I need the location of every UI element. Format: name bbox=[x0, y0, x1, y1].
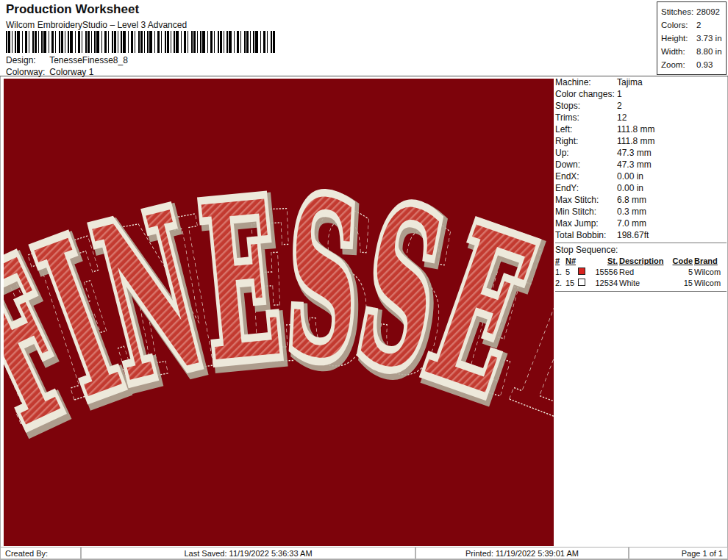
row-value: 1 bbox=[617, 89, 622, 99]
row-label: Up: bbox=[555, 147, 617, 159]
col-header-brand: Brand bbox=[694, 256, 727, 267]
page-title: Production Worksheet bbox=[6, 2, 139, 17]
design-row: Design: TenesseFinesse8_8 bbox=[6, 55, 128, 65]
thread-color-swatch bbox=[578, 267, 588, 278]
panel-row: Left:111.8 mm bbox=[555, 123, 727, 135]
row-value: Tajima bbox=[617, 77, 643, 87]
embroidery-preview: TENESSEE FINESSE FINESSE bbox=[4, 79, 554, 546]
row-value: 47.3 mm bbox=[617, 159, 652, 170]
row-label: Max Jump: bbox=[555, 218, 617, 229]
panel-row: Max Stitch:6.8 mm bbox=[555, 194, 727, 206]
colorway-row: Colorway: Colorway 1 bbox=[6, 67, 93, 77]
stat-label: Colors: bbox=[661, 18, 696, 32]
stop-sequence-title: Stop Sequence: bbox=[555, 245, 727, 256]
row-label: Left: bbox=[555, 123, 617, 135]
col-header-num: # bbox=[555, 256, 565, 267]
stat-value: 2 bbox=[696, 18, 701, 32]
col-header-description: Description bbox=[619, 256, 672, 267]
barcode bbox=[6, 31, 276, 53]
panel-row: Color changes:1 bbox=[555, 88, 727, 100]
header: Production Worksheet Wilcom EmbroiderySt… bbox=[0, 0, 728, 76]
stat-width: Width: 8.80 in bbox=[661, 45, 722, 58]
stop-row-code: 15 bbox=[672, 278, 694, 289]
col-header-code: Code bbox=[672, 256, 694, 267]
embroidery-art: TENESSEE FINESSE FINESSE bbox=[4, 79, 554, 546]
panel-row: EndY:0.00 in bbox=[555, 182, 727, 194]
panel-row: Trims:12 bbox=[555, 112, 727, 123]
stop-row-description: White bbox=[619, 278, 672, 289]
stat-height: Height: 3.73 in bbox=[661, 32, 722, 45]
stop-row-stitches: 15556 bbox=[588, 267, 619, 278]
row-value: 111.8 mm bbox=[617, 124, 655, 134]
panel-row: Right:111.8 mm bbox=[555, 135, 727, 147]
row-value: 2 bbox=[617, 101, 622, 111]
col-header-st: St. bbox=[578, 256, 619, 267]
row-label: EndX: bbox=[555, 170, 617, 182]
stop-sequence-section: Stop Sequence: # N# St. Description Code… bbox=[555, 243, 727, 292]
design-stats-box: Stitches: 28092 Colors: 2 Height: 3.73 i… bbox=[657, 1, 727, 75]
row-label: EndY: bbox=[555, 182, 617, 194]
stop-sequence-table: # N# St. Description Code Brand 1. 5 155… bbox=[555, 256, 727, 289]
stat-zoom: Zoom: 0.93 bbox=[661, 58, 722, 71]
row-label: Max Stitch: bbox=[555, 194, 617, 206]
row-value: 7.0 mm bbox=[617, 218, 646, 229]
design-label: Design: bbox=[6, 55, 47, 65]
row-label: Trims: bbox=[555, 112, 617, 123]
row-value: 0.3 mm bbox=[617, 207, 646, 217]
stop-row-description: Red bbox=[619, 267, 672, 278]
stop-row-code: 5 bbox=[672, 267, 694, 278]
panel-row: Max Jump:7.0 mm bbox=[555, 218, 727, 229]
stat-label: Stitches: bbox=[661, 5, 696, 18]
stop-row-stitches: 12534 bbox=[588, 278, 619, 289]
row-label: Down: bbox=[555, 159, 617, 170]
stat-colors: Colors: 2 bbox=[661, 18, 722, 32]
row-label: Right: bbox=[555, 135, 617, 147]
stop-row-n: 5 bbox=[565, 267, 578, 278]
stat-value: 8.80 in bbox=[696, 45, 722, 58]
panel-row: Up:47.3 mm bbox=[555, 147, 727, 159]
stop-row-num: 2. bbox=[555, 278, 565, 289]
panel-row: Min Stitch:0.3 mm bbox=[555, 206, 727, 218]
design-value: TenesseFinesse8_8 bbox=[49, 55, 128, 65]
row-value: 6.8 mm bbox=[617, 195, 646, 205]
panel-row: Machine:Tajima bbox=[555, 76, 727, 88]
row-value: 111.8 mm bbox=[617, 136, 655, 146]
machine-panel: Machine:Tajima Color changes:1 Stops:2 T… bbox=[555, 76, 727, 241]
printed-field: Printed: 11/19/2022 5:39:01 AM bbox=[415, 547, 629, 559]
row-value: 198.67ft bbox=[617, 230, 649, 240]
col-header-n: N# bbox=[565, 256, 578, 267]
stat-value: 3.73 in bbox=[696, 32, 722, 45]
row-label: Machine: bbox=[555, 76, 617, 88]
stat-label: Width: bbox=[661, 45, 696, 58]
panel-row: EndX:0.00 in bbox=[555, 170, 727, 182]
stat-label: Height: bbox=[661, 32, 696, 45]
stat-label: Zoom: bbox=[661, 58, 696, 71]
row-value: 47.3 mm bbox=[617, 148, 652, 158]
row-label: Total Bobbin: bbox=[555, 229, 617, 241]
row-value: 0.00 in bbox=[617, 183, 643, 193]
row-label: Stops: bbox=[555, 100, 617, 112]
stat-value: 0.93 bbox=[696, 58, 713, 71]
stat-stitches: Stitches: 28092 bbox=[661, 5, 722, 18]
app-subtitle: Wilcom EmbroideryStudio – Level 3 Advanc… bbox=[6, 20, 187, 30]
stop-row-brand: Wilcom bbox=[694, 267, 727, 278]
footer: Created By: Last Saved: 11/19/2022 5:36:… bbox=[0, 547, 728, 560]
thread-color-swatch bbox=[578, 278, 588, 289]
row-label: Min Stitch: bbox=[555, 206, 617, 218]
colorway-label: Colorway: bbox=[6, 67, 47, 77]
stat-value: 28092 bbox=[696, 5, 720, 18]
panel-row: Stops:2 bbox=[555, 100, 727, 112]
colorway-value: Colorway 1 bbox=[49, 67, 93, 77]
stop-row-brand: Wilcom bbox=[694, 278, 727, 289]
stop-row-num: 1. bbox=[555, 267, 565, 278]
stop-row-n: 15 bbox=[565, 278, 578, 289]
row-value: 0.00 in bbox=[617, 171, 643, 182]
last-saved-field: Last Saved: 11/19/2022 5:36:33 AM bbox=[81, 547, 415, 559]
created-by-field: Created By: bbox=[0, 547, 81, 559]
row-label: Color changes: bbox=[555, 88, 617, 100]
panel-row: Down:47.3 mm bbox=[555, 159, 727, 170]
row-value: 12 bbox=[617, 112, 627, 123]
panel-row: Total Bobbin:198.67ft bbox=[555, 229, 727, 241]
page-number-field: Page 1 of 1 bbox=[629, 547, 728, 559]
